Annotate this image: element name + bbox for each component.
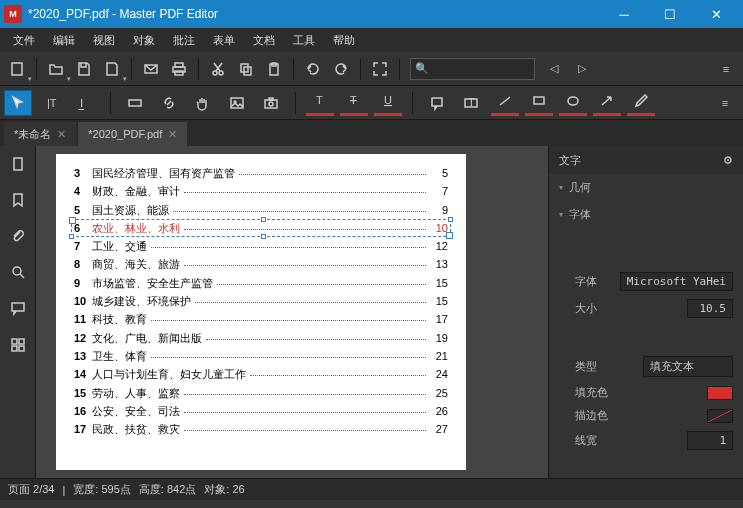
size-label: 大小 [575,301,597,316]
close-icon[interactable]: ✕ [57,128,66,141]
tab-2020pdf[interactable]: *2020_PDF.pdf✕ [78,122,187,146]
text-box-tool[interactable]: T [457,90,485,116]
svg-text:T: T [316,94,323,106]
tab-untitled[interactable]: *未命名✕ [4,122,76,146]
menu-object[interactable]: 对象 [124,30,164,51]
save-button[interactable] [71,56,97,82]
paste-button[interactable] [261,56,287,82]
thumbnails-icon[interactable] [6,152,30,176]
toc-line[interactable]: 9市场监管、安全生产监管15 [74,276,448,290]
status-page: 页面 2/34 [8,482,54,497]
rect-tool[interactable] [525,90,553,116]
menu-overflow-button[interactable]: ≡ [713,56,739,82]
close-icon[interactable]: ✕ [168,128,177,141]
left-sidebar [0,146,36,478]
text-edit-tool[interactable]: |T [38,90,66,116]
hand-tool[interactable] [189,90,217,116]
type-value[interactable]: 填充文本 [643,356,733,377]
maximize-button[interactable]: ☐ [647,0,693,28]
menu-annotate[interactable]: 批注 [164,30,204,51]
svg-rect-32 [19,339,24,344]
toc-line[interactable]: 13卫生、体育21 [74,349,448,363]
menu-file[interactable]: 文件 [4,30,44,51]
toc-line[interactable]: 14人口与计划生育、妇女儿童工作24 [74,367,448,381]
cut-button[interactable] [205,56,231,82]
comments-icon[interactable] [6,296,30,320]
toc-line[interactable]: 7工业、交通12 [74,239,448,253]
font-value[interactable]: Microsoft YaHei [620,272,733,291]
panel-title: 文字 [559,153,581,168]
menu-edit[interactable]: 编辑 [44,30,84,51]
link-tool[interactable] [155,90,183,116]
new-button[interactable] [4,56,30,82]
section-font[interactable]: 字体 [549,201,743,228]
svg-point-5 [213,71,217,75]
width-value[interactable]: 1 [687,431,733,450]
toc-line[interactable]: 3国民经济管理、国有资产监管5 [74,166,448,180]
arrow-tool[interactable] [593,90,621,116]
open-button[interactable] [43,56,69,82]
note-tool[interactable] [423,90,451,116]
underline-tool[interactable]: U [374,90,402,116]
section-geometry[interactable]: 几何 [549,174,743,201]
menu-tools[interactable]: 工具 [284,30,324,51]
text-select-tool[interactable]: I̲ [72,90,100,116]
panel-settings-icon[interactable]: ⚙ [723,154,733,167]
status-width: 宽度: 595点 [73,482,130,497]
redo-button[interactable] [328,56,354,82]
toc-line[interactable]: 8商贸、海关、旅游13 [74,257,448,271]
toc-line[interactable]: 4财政、金融、审计7 [74,184,448,198]
toolbar-main: 🔍 ◁ ▷ ≡ [0,52,743,86]
minimize-button[interactable]: ─ [601,0,647,28]
line-tool[interactable] [491,90,519,116]
layers-icon[interactable] [6,332,30,356]
undo-button[interactable] [300,56,326,82]
ellipse-tool[interactable] [559,90,587,116]
document-view[interactable]: 3国民经济管理、国有资产监管54财政、金融、审计75国土资源、能源96农业、林业… [36,146,548,478]
snapshot-tool[interactable] [257,90,285,116]
svg-rect-18 [269,98,273,100]
toc-line[interactable]: 17民政、扶贫、救灾27 [74,422,448,436]
search-input[interactable]: 🔍 [410,58,535,80]
strikeout-tool[interactable]: T [340,90,368,116]
svg-rect-33 [12,346,17,351]
copy-button[interactable] [233,56,259,82]
app-logo: M [4,5,22,23]
image-tool[interactable] [223,90,251,116]
bookmarks-icon[interactable] [6,188,30,212]
stroke-swatch[interactable] [707,409,733,423]
fill-swatch[interactable] [707,386,733,400]
select-tool[interactable] [4,90,32,116]
titlebar: M *2020_PDF.pdf - Master PDF Editor ─ ☐ … [0,0,743,28]
width-label: 线宽 [575,433,597,448]
search-panel-icon[interactable] [6,260,30,284]
search-prev-button[interactable]: ◁ [541,56,567,82]
menu-document[interactable]: 文档 [244,30,284,51]
toc-line[interactable]: 11科技、教育17 [74,312,448,326]
pencil-tool[interactable] [627,90,655,116]
close-button[interactable]: ✕ [693,0,739,28]
highlight-tool[interactable]: T [306,90,334,116]
email-button[interactable] [138,56,164,82]
status-objects: 对象: 26 [204,482,244,497]
toolbar2-overflow[interactable]: ≡ [711,90,739,116]
svg-rect-31 [12,339,17,344]
attachments-icon[interactable] [6,224,30,248]
toc-line[interactable]: 10城乡建设、环境保护15 [74,294,448,308]
size-value[interactable]: 10.5 [687,299,733,318]
toc-line[interactable]: 15劳动、人事、监察25 [74,386,448,400]
saveas-button[interactable] [99,56,125,82]
menu-view[interactable]: 视图 [84,30,124,51]
toc-line[interactable]: 16公安、安全、司法26 [74,404,448,418]
toc-line[interactable]: 5国土资源、能源9 [74,203,448,217]
main-area: 3国民经济管理、国有资产监管54财政、金融、审计75国土资源、能源96农业、林业… [0,146,743,478]
menu-form[interactable]: 表单 [204,30,244,51]
print-button[interactable] [166,56,192,82]
toc-line[interactable]: 12文化、广电、新闻出版19 [74,331,448,345]
panel-header: 文字 ⚙ [549,146,743,174]
fullscreen-button[interactable] [367,56,393,82]
form-tool[interactable] [121,90,149,116]
search-next-button[interactable]: ▷ [569,56,595,82]
menu-help[interactable]: 帮助 [324,30,364,51]
toc-line[interactable]: 6农业、林业、水利10 [74,221,448,235]
